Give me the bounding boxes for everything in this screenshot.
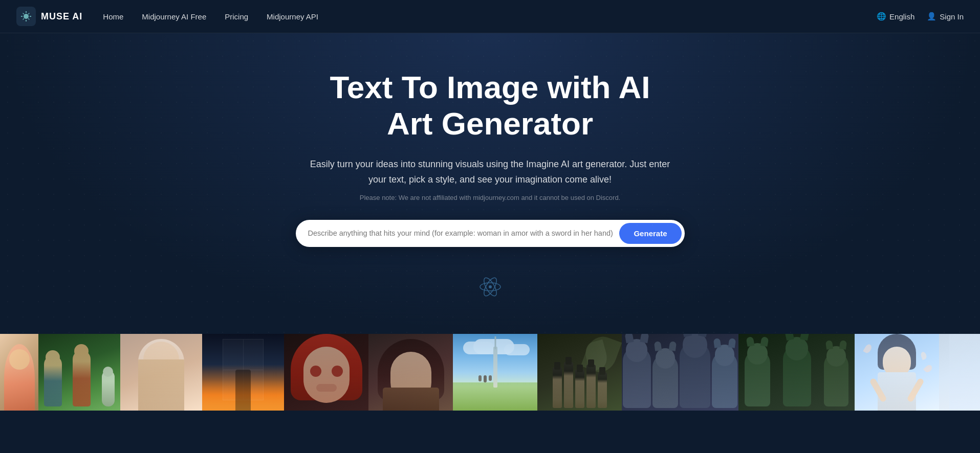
atom-icon xyxy=(476,273,505,301)
nav-right: 🌐 English 👤 Sign In xyxy=(877,12,964,21)
gallery-item xyxy=(537,334,622,411)
gallery xyxy=(0,334,980,411)
gallery-item xyxy=(855,334,939,411)
gallery-item xyxy=(738,334,855,411)
nav-links: Home Midjourney AI Free Pricing Midjourn… xyxy=(103,12,877,21)
gallery-item xyxy=(202,334,284,411)
gallery-item xyxy=(939,334,980,411)
search-bar: Generate xyxy=(296,220,685,247)
logo[interactable]: MUSE AI xyxy=(16,7,82,26)
generate-button[interactable]: Generate xyxy=(619,223,681,244)
language-label: English xyxy=(889,12,914,21)
gallery-item xyxy=(0,334,38,411)
nav-home[interactable]: Home xyxy=(103,12,123,21)
globe-icon: 🌐 xyxy=(877,12,886,21)
atom-icon-wrapper xyxy=(476,273,505,303)
hero-subtitle: Easily turn your ideas into stunning vis… xyxy=(306,156,674,188)
nav-midjourney-api[interactable]: Midjourney API xyxy=(267,12,318,21)
prompt-input[interactable] xyxy=(308,229,620,237)
logo-icon xyxy=(16,7,36,26)
hero-section: Text To Image with AI Art Generator Easi… xyxy=(0,33,980,334)
nav-pricing[interactable]: Pricing xyxy=(225,12,248,21)
signin-button[interactable]: 👤 Sign In xyxy=(927,12,964,21)
gallery-item xyxy=(368,334,453,411)
gallery-item xyxy=(38,334,120,411)
language-selector[interactable]: 🌐 English xyxy=(877,12,914,21)
gallery-item xyxy=(120,334,202,411)
svg-point-4 xyxy=(489,285,492,288)
logo-text: MUSE AI xyxy=(41,11,82,22)
user-icon: 👤 xyxy=(927,12,937,21)
navbar: MUSE AI Home Midjourney AI Free Pricing … xyxy=(0,0,980,33)
gallery-item xyxy=(622,334,738,411)
gallery-item xyxy=(284,334,368,411)
signin-label: Sign In xyxy=(940,12,964,21)
nav-midjourney-free[interactable]: Midjourney AI Free xyxy=(142,12,206,21)
svg-point-0 xyxy=(24,14,29,19)
hero-title: Text To Image with AI Art Generator xyxy=(311,69,669,142)
gallery-item xyxy=(453,334,537,411)
hero-note: Please note: We are not affiliated with … xyxy=(360,194,620,201)
